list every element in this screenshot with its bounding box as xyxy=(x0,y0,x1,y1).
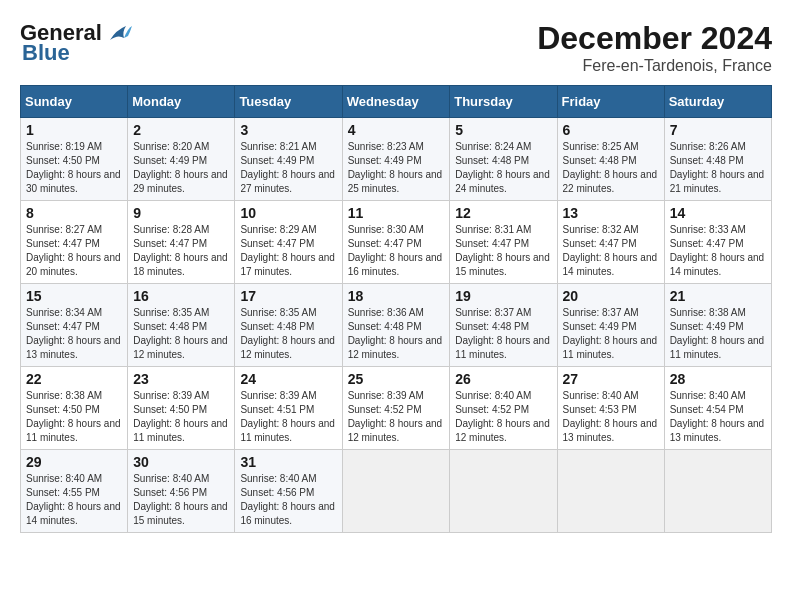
day-number: 23 xyxy=(133,371,229,387)
day-info: Sunrise: 8:37 AMSunset: 4:48 PMDaylight:… xyxy=(455,306,551,362)
calendar-cell: 28Sunrise: 8:40 AMSunset: 4:54 PMDayligh… xyxy=(664,367,771,450)
day-number: 25 xyxy=(348,371,445,387)
calendar-cell: 16Sunrise: 8:35 AMSunset: 4:48 PMDayligh… xyxy=(128,284,235,367)
day-number: 6 xyxy=(563,122,659,138)
calendar-cell: 20Sunrise: 8:37 AMSunset: 4:49 PMDayligh… xyxy=(557,284,664,367)
calendar-cell: 14Sunrise: 8:33 AMSunset: 4:47 PMDayligh… xyxy=(664,201,771,284)
day-info: Sunrise: 8:24 AMSunset: 4:48 PMDaylight:… xyxy=(455,140,551,196)
day-number: 12 xyxy=(455,205,551,221)
calendar-cell: 23Sunrise: 8:39 AMSunset: 4:50 PMDayligh… xyxy=(128,367,235,450)
calendar-cell: 24Sunrise: 8:39 AMSunset: 4:51 PMDayligh… xyxy=(235,367,342,450)
calendar-cell: 5Sunrise: 8:24 AMSunset: 4:48 PMDaylight… xyxy=(450,118,557,201)
day-info: Sunrise: 8:40 AMSunset: 4:55 PMDaylight:… xyxy=(26,472,122,528)
title-block: December 2024 Fere-en-Tardenois, France xyxy=(537,20,772,75)
calendar-cell: 8Sunrise: 8:27 AMSunset: 4:47 PMDaylight… xyxy=(21,201,128,284)
day-number: 3 xyxy=(240,122,336,138)
day-info: Sunrise: 8:36 AMSunset: 4:48 PMDaylight:… xyxy=(348,306,445,362)
calendar-cell: 25Sunrise: 8:39 AMSunset: 4:52 PMDayligh… xyxy=(342,367,450,450)
calendar-cell: 6Sunrise: 8:25 AMSunset: 4:48 PMDaylight… xyxy=(557,118,664,201)
day-info: Sunrise: 8:39 AMSunset: 4:51 PMDaylight:… xyxy=(240,389,336,445)
calendar-cell: 2Sunrise: 8:20 AMSunset: 4:49 PMDaylight… xyxy=(128,118,235,201)
page-subtitle: Fere-en-Tardenois, France xyxy=(537,57,772,75)
page-title: December 2024 xyxy=(537,20,772,57)
day-number: 13 xyxy=(563,205,659,221)
calendar-week-1: 1Sunrise: 8:19 AMSunset: 4:50 PMDaylight… xyxy=(21,118,772,201)
calendar-week-2: 8Sunrise: 8:27 AMSunset: 4:47 PMDaylight… xyxy=(21,201,772,284)
calendar-cell: 9Sunrise: 8:28 AMSunset: 4:47 PMDaylight… xyxy=(128,201,235,284)
day-number: 7 xyxy=(670,122,766,138)
calendar-header-row: SundayMondayTuesdayWednesdayThursdayFrid… xyxy=(21,86,772,118)
day-info: Sunrise: 8:40 AMSunset: 4:56 PMDaylight:… xyxy=(240,472,336,528)
calendar-cell xyxy=(557,450,664,533)
weekday-header-thursday: Thursday xyxy=(450,86,557,118)
day-info: Sunrise: 8:25 AMSunset: 4:48 PMDaylight:… xyxy=(563,140,659,196)
day-info: Sunrise: 8:30 AMSunset: 4:47 PMDaylight:… xyxy=(348,223,445,279)
day-info: Sunrise: 8:37 AMSunset: 4:49 PMDaylight:… xyxy=(563,306,659,362)
day-info: Sunrise: 8:38 AMSunset: 4:49 PMDaylight:… xyxy=(670,306,766,362)
day-info: Sunrise: 8:26 AMSunset: 4:48 PMDaylight:… xyxy=(670,140,766,196)
logo-text-blue: Blue xyxy=(22,40,70,66)
day-info: Sunrise: 8:21 AMSunset: 4:49 PMDaylight:… xyxy=(240,140,336,196)
day-number: 19 xyxy=(455,288,551,304)
day-info: Sunrise: 8:38 AMSunset: 4:50 PMDaylight:… xyxy=(26,389,122,445)
calendar-cell: 15Sunrise: 8:34 AMSunset: 4:47 PMDayligh… xyxy=(21,284,128,367)
calendar-week-4: 22Sunrise: 8:38 AMSunset: 4:50 PMDayligh… xyxy=(21,367,772,450)
day-info: Sunrise: 8:31 AMSunset: 4:47 PMDaylight:… xyxy=(455,223,551,279)
calendar-cell xyxy=(342,450,450,533)
weekday-header-saturday: Saturday xyxy=(664,86,771,118)
calendar-cell: 17Sunrise: 8:35 AMSunset: 4:48 PMDayligh… xyxy=(235,284,342,367)
calendar-cell: 31Sunrise: 8:40 AMSunset: 4:56 PMDayligh… xyxy=(235,450,342,533)
calendar-cell: 11Sunrise: 8:30 AMSunset: 4:47 PMDayligh… xyxy=(342,201,450,284)
day-info: Sunrise: 8:28 AMSunset: 4:47 PMDaylight:… xyxy=(133,223,229,279)
day-number: 17 xyxy=(240,288,336,304)
calendar-body: 1Sunrise: 8:19 AMSunset: 4:50 PMDaylight… xyxy=(21,118,772,533)
day-info: Sunrise: 8:40 AMSunset: 4:53 PMDaylight:… xyxy=(563,389,659,445)
day-number: 8 xyxy=(26,205,122,221)
weekday-header-wednesday: Wednesday xyxy=(342,86,450,118)
day-number: 27 xyxy=(563,371,659,387)
calendar-cell: 22Sunrise: 8:38 AMSunset: 4:50 PMDayligh… xyxy=(21,367,128,450)
weekday-header-tuesday: Tuesday xyxy=(235,86,342,118)
day-number: 21 xyxy=(670,288,766,304)
day-info: Sunrise: 8:39 AMSunset: 4:50 PMDaylight:… xyxy=(133,389,229,445)
day-number: 24 xyxy=(240,371,336,387)
calendar-cell: 18Sunrise: 8:36 AMSunset: 4:48 PMDayligh… xyxy=(342,284,450,367)
day-number: 30 xyxy=(133,454,229,470)
day-info: Sunrise: 8:33 AMSunset: 4:47 PMDaylight:… xyxy=(670,223,766,279)
day-number: 5 xyxy=(455,122,551,138)
calendar-week-3: 15Sunrise: 8:34 AMSunset: 4:47 PMDayligh… xyxy=(21,284,772,367)
day-info: Sunrise: 8:19 AMSunset: 4:50 PMDaylight:… xyxy=(26,140,122,196)
day-number: 14 xyxy=(670,205,766,221)
day-number: 10 xyxy=(240,205,336,221)
day-info: Sunrise: 8:40 AMSunset: 4:54 PMDaylight:… xyxy=(670,389,766,445)
day-number: 22 xyxy=(26,371,122,387)
weekday-header-sunday: Sunday xyxy=(21,86,128,118)
calendar-cell xyxy=(450,450,557,533)
page-header: General Blue December 2024 Fere-en-Tarde… xyxy=(20,20,772,75)
day-number: 18 xyxy=(348,288,445,304)
day-info: Sunrise: 8:35 AMSunset: 4:48 PMDaylight:… xyxy=(240,306,336,362)
calendar-cell: 13Sunrise: 8:32 AMSunset: 4:47 PMDayligh… xyxy=(557,201,664,284)
day-info: Sunrise: 8:40 AMSunset: 4:52 PMDaylight:… xyxy=(455,389,551,445)
day-info: Sunrise: 8:23 AMSunset: 4:49 PMDaylight:… xyxy=(348,140,445,196)
day-number: 26 xyxy=(455,371,551,387)
calendar-cell: 30Sunrise: 8:40 AMSunset: 4:56 PMDayligh… xyxy=(128,450,235,533)
calendar-week-5: 29Sunrise: 8:40 AMSunset: 4:55 PMDayligh… xyxy=(21,450,772,533)
calendar-table: SundayMondayTuesdayWednesdayThursdayFrid… xyxy=(20,85,772,533)
day-info: Sunrise: 8:34 AMSunset: 4:47 PMDaylight:… xyxy=(26,306,122,362)
day-number: 28 xyxy=(670,371,766,387)
day-info: Sunrise: 8:29 AMSunset: 4:47 PMDaylight:… xyxy=(240,223,336,279)
day-info: Sunrise: 8:27 AMSunset: 4:47 PMDaylight:… xyxy=(26,223,122,279)
day-info: Sunrise: 8:39 AMSunset: 4:52 PMDaylight:… xyxy=(348,389,445,445)
weekday-header-friday: Friday xyxy=(557,86,664,118)
day-number: 1 xyxy=(26,122,122,138)
calendar-cell xyxy=(664,450,771,533)
calendar-header: SundayMondayTuesdayWednesdayThursdayFrid… xyxy=(21,86,772,118)
day-number: 11 xyxy=(348,205,445,221)
day-info: Sunrise: 8:35 AMSunset: 4:48 PMDaylight:… xyxy=(133,306,229,362)
calendar-cell: 29Sunrise: 8:40 AMSunset: 4:55 PMDayligh… xyxy=(21,450,128,533)
logo-bird-icon xyxy=(106,22,134,44)
calendar-cell: 3Sunrise: 8:21 AMSunset: 4:49 PMDaylight… xyxy=(235,118,342,201)
calendar-cell: 1Sunrise: 8:19 AMSunset: 4:50 PMDaylight… xyxy=(21,118,128,201)
day-number: 31 xyxy=(240,454,336,470)
